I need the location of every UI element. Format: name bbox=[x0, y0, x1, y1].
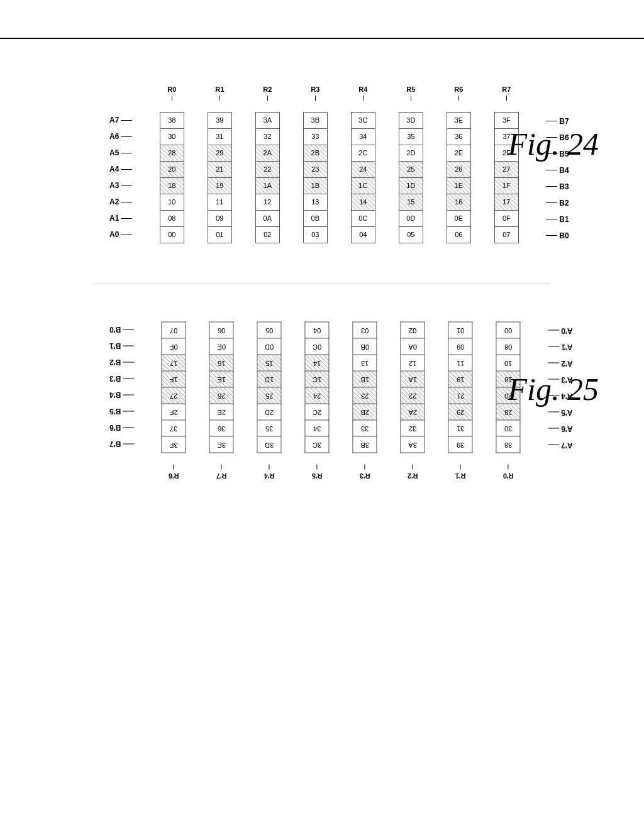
grid-cell: 3B bbox=[303, 112, 327, 128]
grid-cell: 2C bbox=[351, 145, 375, 161]
table-row: A2 1011121314151617B2 bbox=[108, 194, 570, 210]
table-row: A'3 18191A1B1C1D1E1FB'3 bbox=[108, 371, 574, 387]
grid-cell: 2A bbox=[401, 404, 425, 420]
grid-cell: 2D bbox=[399, 145, 423, 161]
grid-cell: 00 bbox=[496, 322, 520, 338]
grid-cell: 28 bbox=[160, 145, 184, 161]
grid-cell: 38 bbox=[496, 436, 520, 453]
grid-cell: 07 bbox=[494, 226, 518, 243]
grid-cell: 3D bbox=[257, 436, 281, 453]
grid-cell: 0D bbox=[399, 210, 423, 226]
grid-cell: 36 bbox=[209, 420, 233, 436]
grid-cell: 27 bbox=[162, 387, 186, 404]
grid-cell: 1B bbox=[303, 177, 327, 194]
main-content: R0R1R2R3R4R5R6R7A7 38393A3B3C3D3E3FB7A6 … bbox=[0, 39, 644, 528]
col-header-3: R3 bbox=[303, 77, 327, 96]
grid-cell: 0E bbox=[447, 210, 470, 226]
grid-cell: 07 bbox=[162, 322, 186, 338]
col-header-0: R'0 bbox=[496, 469, 520, 488]
grid-cell: 19 bbox=[448, 371, 472, 387]
grid-cell: 1E bbox=[447, 177, 470, 194]
grid-cell: 2C bbox=[305, 404, 329, 420]
table-row: A'7 38393A3B3C3D3E3FB'7 bbox=[108, 436, 574, 453]
col-header-7: R'6 bbox=[162, 469, 186, 488]
col-header-0: R0 bbox=[160, 77, 184, 96]
grid-cell: 18 bbox=[160, 177, 184, 194]
grid-cell: 2B bbox=[303, 145, 327, 161]
grid-cell: 30 bbox=[160, 128, 184, 145]
grid-cell: 08 bbox=[496, 338, 520, 355]
grid-cell: 30 bbox=[496, 420, 520, 436]
grid-cell: 0A bbox=[255, 210, 279, 226]
grid-cell: 0B bbox=[353, 338, 377, 355]
grid-cell: 32 bbox=[401, 420, 425, 436]
grid-cell: 21 bbox=[208, 161, 231, 177]
col-header-6: R'7 bbox=[209, 469, 233, 488]
grid-cell: 1D bbox=[257, 371, 281, 387]
grid-cell: 35 bbox=[257, 420, 281, 436]
grid-cell: 19 bbox=[208, 177, 231, 194]
grid-cell: 02 bbox=[255, 226, 279, 243]
grid-cell: 0F bbox=[162, 338, 186, 355]
grid-cell: 3B bbox=[353, 436, 377, 453]
grid-cell: 2A bbox=[255, 145, 279, 161]
grid-cell: 14 bbox=[351, 194, 375, 210]
grid-cell: 11 bbox=[448, 355, 472, 371]
grid-cell: 1C bbox=[305, 371, 329, 387]
grid-cell: 34 bbox=[305, 420, 329, 436]
grid-cell: 20 bbox=[160, 161, 184, 177]
grid-cell: 38 bbox=[160, 112, 184, 128]
grid-cell: 27 bbox=[494, 161, 518, 177]
page-header bbox=[0, 0, 644, 39]
grid-cell: 0C bbox=[351, 210, 375, 226]
grid-cell: 0B bbox=[303, 210, 327, 226]
grid-cell: 08 bbox=[160, 210, 184, 226]
col-header-7: R7 bbox=[494, 77, 518, 96]
fig25-grid: R'0R'1R'2R'3R'5R'4R'7R'6A'7 38393A3B3C3D… bbox=[108, 322, 574, 489]
grid-cell: 22 bbox=[401, 387, 425, 404]
grid-cell: 32 bbox=[255, 128, 279, 145]
grid-cell: 1C bbox=[351, 177, 375, 194]
col-header-2: R2 bbox=[255, 77, 279, 96]
table-row: A'5 28292A2B2C2D2E2FB'5 bbox=[108, 404, 574, 420]
grid-cell: 2E bbox=[209, 404, 233, 420]
grid-cell: 24 bbox=[305, 387, 329, 404]
grid-cell: 1A bbox=[255, 177, 279, 194]
fig25-section: R'0R'1R'2R'3R'5R'4R'7R'6A'7 38393A3B3C3D… bbox=[108, 322, 536, 491]
grid-cell: 03 bbox=[303, 226, 327, 243]
table-row: A'6 3031323334353637B'6 bbox=[108, 420, 574, 436]
table-row: A'4 2021222324252627B'4 bbox=[108, 387, 574, 404]
grid-cell: 17 bbox=[162, 355, 186, 371]
grid-cell: 36 bbox=[447, 128, 470, 145]
grid-cell: 2B bbox=[353, 404, 377, 420]
col-header-6: R6 bbox=[447, 77, 470, 96]
grid-cell: 2F bbox=[162, 404, 186, 420]
table-row: A5 28292A2B2C2D2E2FB5 bbox=[108, 145, 570, 161]
grid-cell: 24 bbox=[351, 161, 375, 177]
fig24-grid: R0R1R2R3R4R5R6R7A7 38393A3B3C3D3E3FB7A6 … bbox=[108, 77, 570, 243]
col-header-5: R5 bbox=[399, 77, 423, 96]
grid-cell: 2D bbox=[257, 404, 281, 420]
grid-cell: 2E bbox=[447, 145, 470, 161]
grid-cell: 26 bbox=[447, 161, 470, 177]
grid-cell: 33 bbox=[353, 420, 377, 436]
grid-cell: 0C bbox=[305, 338, 329, 355]
table-row: A7 38393A3B3C3D3E3FB7 bbox=[108, 112, 570, 128]
table-row: A3 18191A1B1C1D1E1FB3 bbox=[108, 177, 570, 194]
grid-cell: 29 bbox=[208, 145, 231, 161]
grid-cell: 15 bbox=[399, 194, 423, 210]
grid-cell: 13 bbox=[303, 194, 327, 210]
grid-cell: 39 bbox=[208, 112, 231, 128]
grid-cell: 05 bbox=[399, 226, 423, 243]
fig24-grid-wrapper: R0R1R2R3R4R5R6R7A7 38393A3B3C3D3E3FB7A6 … bbox=[108, 77, 570, 243]
grid-cell: 23 bbox=[303, 161, 327, 177]
grid-cell: 1F bbox=[494, 177, 518, 194]
table-row: A'0 0001020304050607B'0 bbox=[108, 322, 574, 338]
grid-cell: 02 bbox=[401, 322, 425, 338]
fig24-section: R0R1R2R3R4R5R6R7A7 38393A3B3C3D3E3FB7A6 … bbox=[108, 77, 536, 246]
grid-cell: 10 bbox=[160, 194, 184, 210]
grid-cell: 01 bbox=[448, 322, 472, 338]
grid-cell: 31 bbox=[448, 420, 472, 436]
table-row: A1 08090A0B0C0D0E0FB1 bbox=[108, 210, 570, 226]
table-row: A'1 08090A0B0C0D0E0FB'1 bbox=[108, 338, 574, 355]
